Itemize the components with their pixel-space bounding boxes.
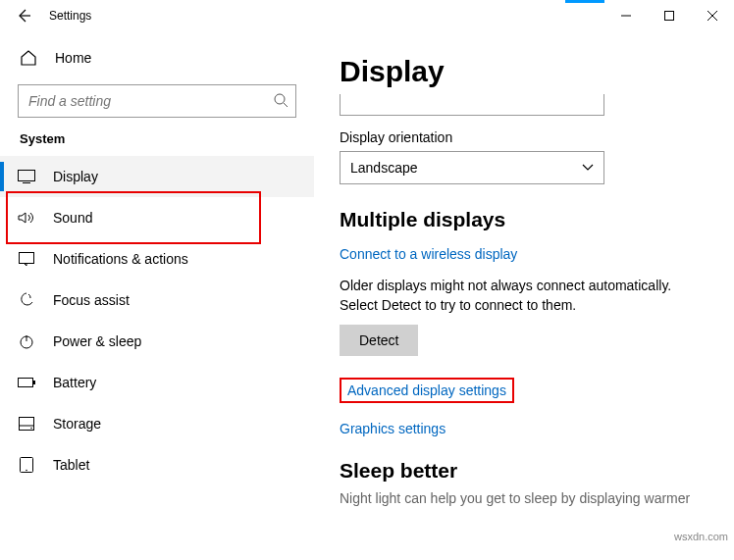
svg-rect-6 xyxy=(33,381,35,384)
sleep-better-text: Night light can help you get to sleep by… xyxy=(340,490,710,506)
tablet-icon xyxy=(18,456,35,474)
notifications-icon xyxy=(18,250,35,268)
sidebar-item-label: Notifications & actions xyxy=(53,251,188,267)
battery-icon xyxy=(18,374,35,391)
sleep-better-heading: Sleep better xyxy=(340,459,710,483)
search-icon xyxy=(273,92,288,108)
sidebar-item-sound[interactable]: Sound xyxy=(0,197,314,238)
minimize-icon xyxy=(621,11,631,21)
focus-assist-icon xyxy=(18,291,35,309)
orientation-label: Display orientation xyxy=(340,129,710,145)
search-box[interactable] xyxy=(18,84,296,118)
maximize-icon xyxy=(664,11,674,21)
advanced-display-highlight: Advanced display settings xyxy=(340,378,514,403)
detect-description: Older displays might not always connect … xyxy=(340,277,710,315)
sidebar-item-label: Tablet xyxy=(53,457,89,473)
sidebar-item-display[interactable]: Display xyxy=(0,156,314,197)
sidebar: Home System Display Sound Notifications … xyxy=(0,31,314,560)
home-nav[interactable]: Home xyxy=(0,39,314,76)
chevron-down-icon xyxy=(582,164,594,172)
search-input[interactable] xyxy=(18,84,296,118)
display-icon xyxy=(18,168,35,185)
arrow-left-icon xyxy=(16,8,31,24)
svg-rect-3 xyxy=(20,253,34,264)
svg-rect-0 xyxy=(665,12,674,21)
power-icon xyxy=(18,332,35,350)
sidebar-item-label: Storage xyxy=(53,416,101,432)
svg-point-1 xyxy=(275,94,285,104)
title-bar: Settings xyxy=(0,0,734,31)
graphics-settings-link[interactable]: Graphics settings xyxy=(340,421,446,436)
svg-point-8 xyxy=(30,428,32,430)
storage-icon xyxy=(18,415,35,433)
detect-button[interactable]: Detect xyxy=(340,325,418,356)
home-icon xyxy=(20,49,37,67)
sidebar-item-notifications[interactable]: Notifications & actions xyxy=(0,238,314,280)
sidebar-item-focus-assist[interactable]: Focus assist xyxy=(0,280,314,321)
sidebar-item-label: Power & sleep xyxy=(53,333,141,349)
sidebar-item-tablet[interactable]: Tablet xyxy=(0,444,314,485)
orientation-value: Landscape xyxy=(350,160,418,176)
previous-field-bottom[interactable] xyxy=(340,94,604,116)
home-label: Home xyxy=(55,50,91,66)
close-button[interactable] xyxy=(691,0,734,31)
sidebar-item-storage[interactable]: Storage xyxy=(0,403,314,444)
multiple-displays-heading: Multiple displays xyxy=(340,208,710,231)
minimize-button[interactable] xyxy=(604,0,648,31)
svg-rect-2 xyxy=(19,171,35,181)
svg-point-10 xyxy=(26,470,27,472)
main-content: Display Display orientation Landscape Mu… xyxy=(314,31,734,560)
sidebar-item-battery[interactable]: Battery xyxy=(0,362,314,403)
advanced-display-link[interactable]: Advanced display settings xyxy=(347,382,506,398)
wireless-display-link[interactable]: Connect to a wireless display xyxy=(340,246,517,262)
page-title: Display xyxy=(340,55,710,88)
orientation-dropdown[interactable]: Landscape xyxy=(340,151,604,184)
sidebar-item-label: Battery xyxy=(53,375,96,390)
sidebar-item-label: Display xyxy=(53,169,98,184)
watermark: wsxdn.com xyxy=(674,531,728,542)
window-title: Settings xyxy=(49,9,91,23)
sidebar-item-label: Focus assist xyxy=(53,292,130,308)
maximize-button[interactable] xyxy=(648,0,691,31)
sidebar-item-label: Sound xyxy=(53,210,92,226)
close-icon xyxy=(708,11,717,21)
category-label: System xyxy=(0,131,314,156)
svg-rect-5 xyxy=(19,379,33,387)
back-button[interactable] xyxy=(12,4,35,27)
sound-icon xyxy=(18,209,35,227)
sidebar-item-power-sleep[interactable]: Power & sleep xyxy=(0,321,314,362)
